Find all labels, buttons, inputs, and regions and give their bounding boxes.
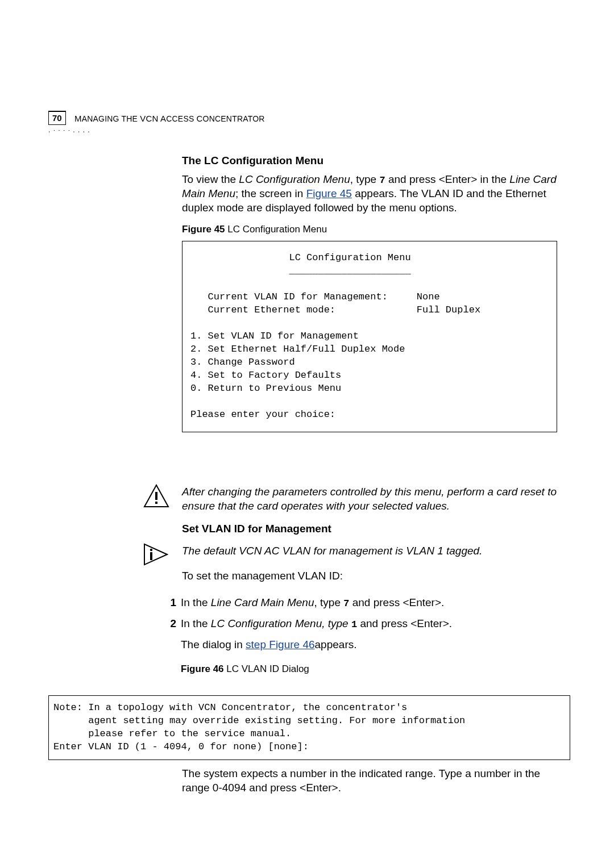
- figure-link[interactable]: Figure 45: [306, 187, 352, 199]
- info-icon: [143, 543, 168, 566]
- figure-45-caption: Figure 45 LC Configuration Menu: [182, 224, 557, 235]
- menu-name: LC Configuration Menu, type: [211, 617, 351, 629]
- text-fragment: In the: [181, 596, 211, 608]
- menu-name: LC Configuration Menu: [239, 173, 350, 185]
- step-2: 2In the LC Configuration Menu, type 1 an…: [164, 616, 557, 676]
- main-content: The LC Configuration Menu To view the LC…: [182, 155, 557, 440]
- steps-list: 1In the Line Card Main Menu, type 7 and …: [164, 595, 557, 676]
- text-fragment: and press <Enter>.: [349, 596, 444, 608]
- info-text: The default VCN AC VLAN for management i…: [182, 544, 557, 558]
- rh-part: C: [197, 114, 203, 123]
- text-fragment: and press <Enter>.: [357, 617, 452, 629]
- svg-rect-1: [155, 492, 157, 500]
- menu-name: Line Card Main Menu: [211, 596, 314, 608]
- key-input: 1: [351, 619, 357, 630]
- section-title-lc-config: The LC Configuration Menu: [182, 155, 557, 167]
- lc-configuration-menu-screen: LC Configuration Menu __________________…: [182, 241, 557, 432]
- text-fragment: ; the screen in: [235, 187, 306, 199]
- rh-part: M: [74, 114, 82, 123]
- text-fragment: To view the: [182, 173, 239, 185]
- step-2-subtext: The dialog in step Figure 46appears.: [181, 637, 557, 653]
- svg-point-4: [150, 549, 152, 551]
- text-fragment: In the: [181, 617, 211, 629]
- figure-label: Figure 46: [181, 663, 224, 674]
- step-number: 2: [164, 616, 176, 632]
- text-fragment: , type: [314, 596, 343, 608]
- info-callout: The default VCN AC VLAN for management i…: [143, 544, 557, 558]
- text-fragment: , type: [350, 173, 380, 185]
- caution-icon: [143, 484, 169, 508]
- rh-part: CCESS: [166, 114, 194, 123]
- figure-title: LC VLAN ID Dialog: [224, 663, 309, 674]
- page-number: 70: [48, 111, 66, 125]
- key-input: 7: [343, 598, 349, 609]
- text-fragment: The dialog in: [181, 639, 246, 650]
- closing-block: The system expects a number in the indic…: [182, 767, 557, 804]
- procedure-intro: To set the management VLAN ID:: [182, 569, 557, 583]
- closing-paragraph: The system expects a number in the indic…: [182, 767, 557, 795]
- svg-rect-5: [150, 552, 152, 560]
- figure-label: Figure 45: [182, 224, 225, 235]
- rh-part: ANAGING THE: [82, 114, 138, 123]
- figure-title: LC Configuration Menu: [225, 224, 327, 235]
- text-fragment: and press <Enter> in the: [385, 173, 510, 185]
- caution-callout: After changing the parameters controlled…: [143, 485, 557, 513]
- text-fragment: appears.: [315, 639, 357, 650]
- steps-block: 1In the Line Card Main Menu, type 7 and …: [164, 591, 557, 682]
- rh-part: VCN A: [140, 114, 166, 123]
- svg-rect-2: [155, 502, 157, 504]
- step-1: 1In the Line Card Main Menu, type 7 and …: [164, 595, 557, 611]
- procedure-intro-row: To set the management VLAN ID:: [143, 569, 557, 583]
- running-header: MANAGING THE VCN ACCESS CONCENTRATOR: [74, 114, 265, 123]
- step-number: 1: [164, 595, 176, 611]
- header-dots-decoration: . · · · · . . . .: [48, 126, 90, 134]
- section-2-block: Set VLAN ID for Management: [182, 523, 557, 541]
- figure-46-caption: Figure 46 LC VLAN ID Dialog: [181, 662, 557, 676]
- caution-text: After changing the parameters controlled…: [182, 485, 557, 513]
- lc-vlan-id-dialog-screen: Note: In a topology with VCN Concentrato…: [48, 695, 570, 760]
- section-title-set-vlan: Set VLAN ID for Management: [182, 523, 557, 535]
- intro-paragraph: To view the LC Configuration Menu, type …: [182, 173, 557, 215]
- figure-link[interactable]: step Figure 46: [246, 639, 314, 650]
- svg-marker-3: [144, 544, 167, 565]
- key-input: 7: [379, 175, 385, 186]
- rh-part: ONCENTRATOR: [203, 114, 265, 123]
